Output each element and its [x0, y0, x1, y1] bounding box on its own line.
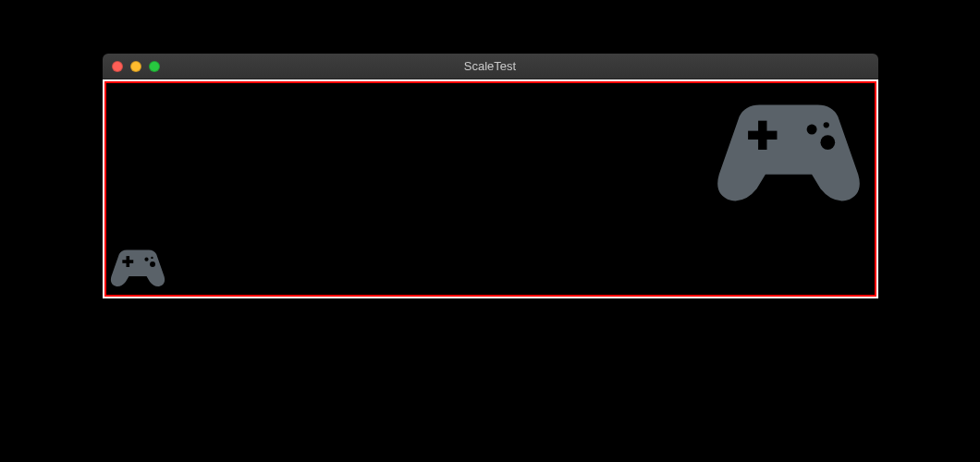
svg-point-7	[806, 125, 816, 135]
gamepad-sprite-small	[110, 247, 165, 287]
content-wrapper	[103, 79, 878, 298]
game-controller-icon	[716, 96, 862, 203]
app-window: ScaleTest	[103, 54, 878, 298]
game-controller-icon	[110, 247, 165, 287]
svg-rect-6	[758, 121, 766, 150]
svg-rect-1	[126, 256, 129, 267]
close-button[interactable]	[112, 61, 123, 72]
svg-point-4	[151, 257, 153, 259]
window-title: ScaleTest	[103, 59, 878, 73]
svg-point-9	[823, 122, 828, 128]
game-viewport	[104, 81, 876, 297]
svg-point-2	[144, 258, 148, 261]
svg-point-3	[150, 261, 155, 267]
gamepad-sprite-large	[716, 96, 862, 203]
minimize-button[interactable]	[130, 61, 141, 72]
maximize-button[interactable]	[149, 61, 160, 72]
traffic-lights	[103, 61, 160, 72]
titlebar[interactable]: ScaleTest	[103, 54, 878, 79]
svg-point-8	[820, 135, 835, 150]
